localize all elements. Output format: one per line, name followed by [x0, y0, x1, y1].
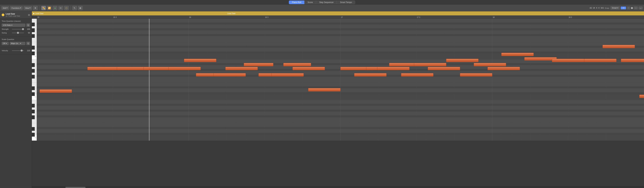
track-header: Lead Saw on Track Lead Saw ⊞	[0, 11, 32, 18]
edit-arrow-icon: ▾	[6, 7, 8, 9]
left-panel: Lead Saw on Track Lead Saw ⊞ Time Quanti…	[0, 11, 32, 188]
piano-key-51[interactable]	[32, 86, 35, 90]
tab-smart-tempo[interactable]: Smart Tempo	[337, 0, 355, 4]
swing-row: Swing 50	[2, 31, 30, 34]
timeline-ruler: 1515 31616 31717 31818 3	[37, 15, 644, 19]
piano-key-39[interactable]	[32, 127, 35, 131]
piano-roll-area: ▶ Lead Saw Lead Saw 1515 31616 31717 318…	[32, 11, 644, 188]
note-value-arrow: ▾	[12, 24, 12, 26]
region-label-right: Lead Saw	[227, 12, 236, 14]
tab-score[interactable]: Score	[304, 0, 316, 4]
tab-step-sequencer[interactable]: Step Sequencer	[316, 0, 337, 4]
grid-container: 1515 31616 31717 31818 3 C4C3C2	[32, 15, 644, 188]
ruler-mark-15-3: 15 3	[113, 16, 116, 18]
edit-menu-button[interactable]: Edit ▾	[1, 6, 9, 10]
piano-keys: C4C3C2	[32, 19, 37, 141]
extra-button[interactable]: …	[639, 6, 643, 9]
tab-piano-roll[interactable]: Piano Roll	[289, 0, 304, 4]
piano-key-49[interactable]	[32, 92, 35, 96]
note-grid[interactable]	[37, 19, 644, 141]
link-tool-button[interactable]: ⬡	[64, 6, 69, 10]
ruler-mark-15: 15	[37, 16, 39, 18]
piano-key-58[interactable]	[32, 63, 35, 67]
tab-bar: Piano Roll Score Step Sequencer Smart Te…	[0, 0, 644, 5]
zoom-tool-button[interactable]: ⊕	[78, 6, 83, 10]
piano-key-37[interactable]	[32, 133, 35, 137]
scale-type-select[interactable]: Major (lo... ▾	[10, 42, 25, 45]
track-name: Lead Saw	[6, 13, 27, 15]
strength-value: 100	[25, 28, 30, 30]
close-panel-button[interactable]: ✕	[33, 6, 38, 10]
snap-value[interactable]: Smart ▾	[610, 6, 620, 9]
note-value-select[interactable]: 1/16 Note ▾	[2, 24, 25, 27]
functions-arrow-icon: ▾	[20, 7, 21, 9]
up-arrow-button[interactable]: ↑	[627, 6, 630, 9]
piano-key-68[interactable]	[32, 28, 35, 32]
scale-q-button[interactable]: Q	[26, 42, 30, 45]
strength-slider[interactable]	[12, 29, 24, 29]
piano-key-54[interactable]	[32, 75, 35, 79]
scissors-tool-button[interactable]: ✂	[58, 6, 63, 10]
ruler-row: 1515 31616 31717 31818 3	[32, 15, 644, 19]
snap-arrow-icon: ▾	[617, 7, 618, 9]
velocity-value: 110	[25, 49, 30, 52]
swing-value: 50	[25, 32, 30, 34]
scrollbar-thumb[interactable]	[66, 187, 86, 188]
main-content: Lead Saw on Track Lead Saw ⊞ Time Quanti…	[0, 11, 644, 188]
position-display: A2	[590, 7, 592, 9]
scale-off-select[interactable]: Off ▾	[2, 42, 9, 45]
ruler-mark-18-3: 18 3	[568, 16, 572, 18]
velocity-slider-container	[12, 49, 24, 52]
loop-tool-button[interactable]: 🔁	[47, 6, 52, 10]
track-sub: on Track Lead Saw	[6, 15, 27, 17]
cursor-tool-button[interactable]: ↖	[72, 6, 77, 10]
quantize-q-button[interactable]: Q	[26, 23, 30, 27]
ruler-mark-17: 17	[340, 16, 343, 18]
time-quantize-section: Time Quantize (classic) 1/16 Note ▾ Q St…	[0, 18, 32, 37]
swing-slider[interactable]	[12, 33, 24, 33]
dot-indicator	[631, 7, 633, 9]
track-info: Lead Saw on Track Lead Saw	[6, 13, 27, 17]
piano-key-44[interactable]	[32, 110, 35, 114]
ruler-mark-16-3: 16 3	[265, 16, 268, 18]
snap-label: Snap:	[605, 7, 610, 9]
view-arrow-icon: ▾	[30, 7, 30, 9]
ruler-mark-17-3: 17 3	[416, 16, 420, 18]
track-settings-button[interactable]: ⊞	[28, 13, 30, 16]
piano-key-63[interactable]	[32, 46, 35, 49]
piano-ruler-spacer	[32, 15, 37, 19]
record-tool-button[interactable]: ●	[53, 6, 57, 10]
ruler-mark-18: 18	[492, 16, 494, 18]
scale-quantize-title: Scale Quantize	[2, 38, 30, 40]
piano-key-42[interactable]	[32, 115, 35, 119]
time-sig-display: 14 4 4 161	[593, 7, 604, 9]
region-play-icon: ▶	[33, 12, 34, 14]
strength-slider-container	[12, 28, 24, 30]
hh-button[interactable]: ⊣⊢	[621, 6, 626, 9]
note-value-row: 1/16 Note ▾ Q	[2, 23, 30, 27]
swing-slider-container	[12, 31, 24, 34]
piano-key-61[interactable]	[32, 52, 35, 55]
ruler-mark-16: 16	[189, 16, 191, 18]
strength-label: Strength	[2, 28, 11, 30]
functions-menu-button[interactable]: Functions ▾	[10, 6, 23, 10]
track-color-dot	[2, 13, 4, 16]
horizontal-scrollbar[interactable]	[32, 186, 644, 188]
velocity-label: Velocity	[2, 49, 11, 52]
piano-key-70[interactable]	[32, 23, 35, 26]
toolbar: Edit ▾ Functions ▾ View ▾ ✕ ✏️ 🔁 ● ✂ ⬡ ↖…	[0, 5, 644, 11]
piano-key-66[interactable]	[32, 34, 35, 38]
swing-label: Swing	[2, 32, 11, 34]
region-label-left: ▶ Lead Saw	[33, 12, 44, 14]
piano-key-46[interactable]	[32, 104, 35, 108]
velocity-slider[interactable]	[12, 50, 24, 51]
expand-button[interactable]: ↔	[634, 6, 638, 9]
scale-row: Off ▾ Major (lo... ▾ Q	[2, 42, 30, 45]
piano-and-grid: C4C3C2	[32, 19, 644, 186]
piano-key-56[interactable]	[32, 69, 35, 73]
region-header: ▶ Lead Saw Lead Saw	[32, 11, 644, 15]
velocity-section: Velocity 110	[0, 47, 32, 54]
pencil-tool-button[interactable]: ✏️	[41, 6, 46, 10]
view-menu-button[interactable]: View ▾	[24, 6, 32, 10]
strength-row: Strength 100	[2, 28, 30, 30]
